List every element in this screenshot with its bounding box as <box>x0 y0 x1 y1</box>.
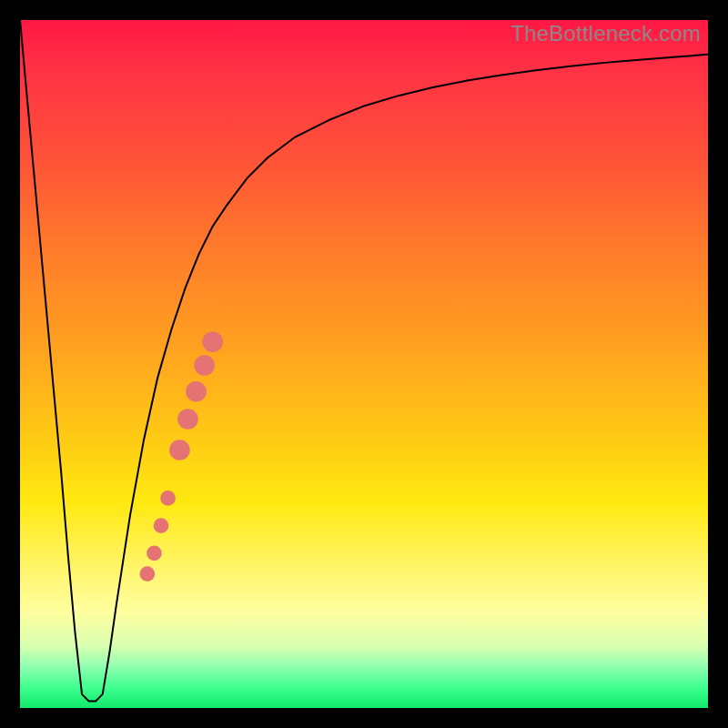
curve-markers <box>140 331 223 581</box>
curve-marker <box>140 566 156 581</box>
curve-marker <box>186 381 207 402</box>
curve-marker <box>160 490 176 506</box>
plot-area: TheBottleneck.com <box>20 20 708 708</box>
curve-marker <box>177 409 198 430</box>
curve-marker <box>154 518 169 533</box>
curve-marker <box>202 331 223 352</box>
bottleneck-curve <box>20 20 708 701</box>
chart-svg <box>20 20 708 708</box>
curve-marker <box>194 355 215 376</box>
chart-container: TheBottleneck.com <box>0 0 728 728</box>
curve-marker <box>169 440 190 460</box>
curve-marker <box>147 546 162 561</box>
